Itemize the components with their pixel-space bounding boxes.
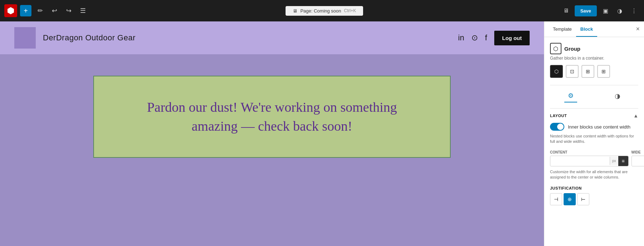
width-desc: Customize the width for all elements tha… [550, 169, 638, 180]
redo-button[interactable]: ↪ [63, 5, 74, 16]
toggle-label: Inner blocks use content width [568, 124, 630, 130]
group-icon-2[interactable]: ⊡ [566, 65, 579, 78]
justify-right-button[interactable]: ⊢ [577, 193, 589, 205]
canvas-area: DerDragon Outdoor Gear in ⊙ f Log out Pa… [0, 21, 544, 246]
featured-text: Pardon our dust! We're working on someth… [123, 98, 421, 136]
content-width-input[interactable] [550, 156, 610, 166]
panel-divider [550, 85, 638, 85]
layout-section-header: LAYOUT ▲ [550, 113, 638, 119]
block-desc: Gather blocks in a container. [550, 56, 638, 61]
page-indicator[interactable]: 🖥 Page: Coming soon Ctrl+K [286, 6, 363, 16]
featured-box[interactable]: Pardon our dust! We're working on someth… [93, 76, 451, 158]
toolbar-right: 🖥 Save ▣ ◑ ⋮ [560, 5, 640, 16]
right-panel: Template Block × ⬡ Group Gather blocks i… [544, 21, 644, 246]
contrast-button[interactable]: ◑ [614, 5, 625, 16]
group-block-icon: ⬡ [550, 43, 561, 54]
page-label: Page: Coming soon [300, 8, 341, 14]
group-icon-3[interactable]: ⊞ [581, 65, 594, 78]
panel-close-button[interactable]: × [636, 25, 640, 33]
layout-collapse-button[interactable]: ▲ [633, 113, 638, 119]
toolbar: + ✏ ↩ ↪ ☰ 🖥 Page: Coming soon Ctrl+K 🖥 S… [0, 0, 644, 21]
undo-button[interactable]: ↩ [49, 5, 60, 16]
tab-template[interactable]: Template [549, 21, 576, 37]
logo-icon [6, 6, 15, 15]
justification-section: JUSTIFICATION ⊣ ⊕ ⊢ [550, 186, 638, 205]
settings-tab-button[interactable]: ⚙ [564, 90, 577, 102]
panel-body: ⬡ Group Gather blocks in a container. ⬡ … [544, 37, 644, 246]
site-title: DerDragon Outdoor Gear [43, 33, 135, 42]
site-header: DerDragon Outdoor Gear in ⊙ f Log out [0, 21, 544, 54]
toggle-row: Inner blocks use content width [550, 123, 638, 131]
page-icon: 🖥 [293, 8, 297, 14]
block-section: ⬡ Group Gather blocks in a container. ⬡ … [550, 43, 638, 78]
group-icon-4[interactable]: ⊞ [597, 65, 610, 78]
block-icons-row: ⬡ ⊡ ⊞ ⊞ [550, 65, 638, 78]
toolbar-center: 🖥 Page: Coming soon Ctrl+K [91, 6, 558, 16]
content-width-input-row: px ≡ [550, 156, 629, 166]
sidebar-toggle-button[interactable]: ▣ [600, 5, 611, 16]
desktop-view-button[interactable]: 🖥 [560, 5, 572, 16]
tab-block[interactable]: Block [576, 21, 597, 37]
facebook-icon[interactable]: f [485, 33, 487, 42]
wide-width-input-row: px ≡ [631, 156, 644, 166]
canvas-content: Pardon our dust! We're working on someth… [0, 54, 544, 179]
wide-width-group: WIDE px ≡ [631, 150, 644, 166]
main-area: DerDragon Outdoor Gear in ⊙ f Log out Pa… [0, 21, 644, 246]
logo[interactable] [4, 4, 17, 17]
save-button[interactable]: Save [575, 5, 597, 16]
content-width-unit: px [610, 157, 618, 165]
list-view-button[interactable]: ☰ [77, 5, 89, 16]
width-inputs-row: CONTENT px ≡ WIDE px ≡ [550, 150, 638, 166]
layout-label: LAYOUT [550, 114, 567, 118]
justify-left-button[interactable]: ⊣ [550, 193, 562, 205]
wide-width-input[interactable] [632, 156, 644, 166]
add-block-button[interactable]: + [20, 5, 31, 16]
block-title-row: ⬡ Group [550, 43, 638, 54]
more-options-button[interactable]: ⋮ [628, 5, 640, 16]
content-width-reset-button[interactable]: ≡ [618, 156, 628, 166]
settings-divider [550, 108, 638, 109]
justification-label: JUSTIFICATION [550, 186, 638, 190]
logout-button[interactable]: Log out [494, 31, 530, 45]
panel-tabs: Template Block × [544, 21, 644, 37]
justify-center-button[interactable]: ⊕ [564, 193, 576, 205]
linkedin-icon[interactable]: in [458, 33, 464, 42]
justification-row: ⊣ ⊕ ⊢ [550, 193, 638, 205]
inner-blocks-toggle[interactable] [550, 123, 564, 131]
block-name: Group [564, 46, 580, 52]
group-icon-1[interactable]: ⬡ [550, 65, 563, 78]
settings-row: ⚙ ◑ [550, 90, 638, 102]
toggle-desc: Nested blocks use content width with opt… [550, 134, 638, 145]
content-width-group: CONTENT px ≡ [550, 150, 629, 166]
tools-button[interactable]: ✏ [34, 5, 46, 16]
wide-width-label: WIDE [631, 150, 644, 154]
site-nav: in ⊙ f Log out [458, 31, 530, 45]
instagram-icon[interactable]: ⊙ [471, 33, 478, 42]
keyboard-shortcut: Ctrl+K [344, 8, 356, 13]
style-tab-button[interactable]: ◑ [611, 90, 624, 102]
content-width-label: CONTENT [550, 150, 629, 154]
site-logo [14, 27, 36, 49]
